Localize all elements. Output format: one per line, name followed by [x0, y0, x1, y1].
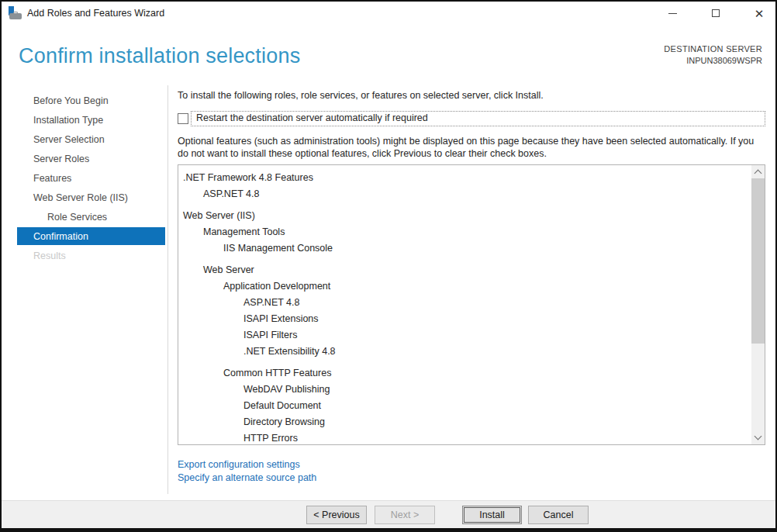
close-icon[interactable]: ✕ — [749, 3, 769, 23]
destination-server-label: DESTINATION SERVER — [664, 44, 762, 54]
sidebar-item-server-selection[interactable]: Server Selection — [17, 130, 165, 149]
scroll-up-icon[interactable] — [751, 165, 765, 178]
configuration-links: Export configuration settingsSpecify an … — [178, 458, 316, 485]
selection-listbox[interactable]: .NET Framework 4.8 FeaturesASP.NET 4.8We… — [178, 164, 765, 445]
tree-item[interactable]: WebDAV Publishing — [178, 384, 751, 400]
tree-item[interactable]: Directory Browsing — [178, 416, 751, 433]
intro-text: To install the following roles, role ser… — [178, 90, 765, 101]
minimize-icon[interactable] — [662, 3, 682, 23]
sidebar-item-installation-type[interactable]: Installation Type — [17, 110, 165, 130]
window-controls: ✕ — [662, 2, 769, 25]
link-specify-an-alternate-source-path[interactable]: Specify an alternate source path — [178, 472, 316, 485]
tree-item[interactable]: ISAPI Extensions — [178, 313, 751, 330]
scrollbar-thumb[interactable] — [751, 178, 765, 344]
maximize-icon[interactable] — [706, 3, 726, 23]
destination-server-name: INPUN38069WSPR — [664, 56, 762, 65]
scroll-down-icon[interactable] — [751, 431, 765, 444]
selection-tree: .NET Framework 4.8 FeaturesASP.NET 4.8We… — [178, 172, 751, 445]
tree-item[interactable]: Default Document — [178, 400, 751, 416]
sidebar-item-confirmation[interactable]: Confirmation — [17, 227, 165, 245]
sidebar-divider — [167, 85, 168, 494]
optional-features-note: Optional features (such as administratio… — [178, 135, 765, 160]
sidebar-item-server-roles[interactable]: Server Roles — [17, 149, 165, 168]
cancel-button[interactable]: Cancel — [528, 506, 589, 524]
wizard-steps-sidebar: Before You BeginInstallation TypeServer … — [17, 91, 165, 265]
tree-item[interactable]: Application Development — [178, 281, 751, 297]
restart-checkbox-label[interactable]: Restart the destination server automatic… — [196, 112, 428, 123]
restart-checkbox-row[interactable]: Restart the destination server automatic… — [178, 111, 765, 126]
tree-item[interactable]: ASP.NET 4.8 — [178, 188, 751, 205]
previous-button[interactable]: < Previous — [306, 506, 367, 524]
server-manager-icon — [9, 6, 22, 19]
page-title: Confirm installation selections — [19, 44, 300, 68]
link-export-configuration-settings[interactable]: Export configuration settings — [178, 458, 316, 472]
sidebar-item-web-server-role-iis-[interactable]: Web Server Role (IIS) — [17, 188, 165, 207]
tree-item[interactable]: .NET Framework 4.8 Features — [178, 172, 751, 188]
destination-server-block: DESTINATION SERVER INPUN38069WSPR — [664, 44, 762, 65]
restart-checkbox[interactable] — [178, 113, 188, 124]
footer-bar: < Previous Next > Install Cancel — [2, 500, 775, 528]
sidebar-item-before-you-begin[interactable]: Before You Begin — [17, 91, 165, 110]
tree-item[interactable]: Management Tools — [178, 226, 751, 243]
sidebar-item-features[interactable]: Features — [17, 168, 165, 188]
title-bar: Add Roles and Features Wizard ✕ — [2, 2, 775, 25]
listbox-scrollbar[interactable] — [751, 165, 765, 444]
tree-item[interactable]: Common HTTP Features — [178, 368, 751, 384]
wizard-window: Add Roles and Features Wizard ✕ Confirm … — [0, 0, 777, 532]
tree-item[interactable]: ASP.NET 4.8 — [178, 297, 751, 313]
tree-item[interactable]: IIS Management Console — [178, 243, 751, 259]
sidebar-item-results: Results — [17, 246, 165, 265]
sidebar-item-role-services[interactable]: Role Services — [17, 207, 165, 226]
install-button[interactable]: Install — [462, 506, 522, 524]
tree-item[interactable]: Web Server — [178, 264, 751, 281]
tree-item[interactable]: HTTP Errors — [178, 433, 751, 445]
window-title: Add Roles and Features Wizard — [27, 8, 164, 19]
tree-item[interactable]: Web Server (IIS) — [178, 210, 751, 226]
tree-item[interactable]: ISAPI Filters — [178, 330, 751, 346]
main-content: To install the following roles, role ser… — [178, 85, 765, 160]
tree-item[interactable]: .NET Extensibility 4.8 — [178, 346, 751, 362]
next-button[interactable]: Next > — [375, 506, 435, 524]
